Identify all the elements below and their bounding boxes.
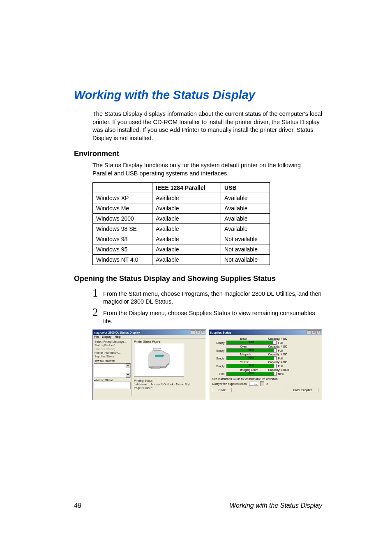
intro-paragraph: The Status Display displays information … (92, 110, 322, 142)
supply-bar-row: Empty96%Full (212, 364, 319, 368)
supply-name: Yellow (240, 361, 265, 364)
printing-status-label: Printing Status: (134, 379, 153, 382)
supply-bar: 94% (226, 341, 277, 345)
table-cell: Available (152, 203, 221, 214)
supply-bar: 96% (226, 372, 277, 376)
supplies-status-window: Supplies Status _ □ × BlackCapacity: 450… (209, 329, 323, 400)
display-menu-item: Status (Expand) (94, 347, 131, 351)
table-cell: Not available (221, 255, 270, 265)
table-cell: Available (152, 224, 221, 234)
menu-file[interactable]: File (94, 335, 99, 338)
table-cell: Windows 98 SE (93, 224, 152, 234)
col-os (93, 183, 152, 193)
menu-help[interactable]: Help (115, 335, 120, 338)
compatibility-table: IEEE 1284 Parallel USB Windows XPAvailab… (92, 182, 270, 265)
svg-marker-4 (155, 355, 164, 357)
recover-label: How to Recover: (94, 359, 131, 362)
supply-left-label: Empty (212, 341, 225, 344)
window-title: Supplies Status (210, 331, 232, 334)
warning-box (94, 382, 131, 389)
col-parallel: IEEE 1284 Parallel (152, 183, 221, 193)
supply-right-label: New (278, 373, 288, 375)
svg-marker-0 (149, 350, 169, 367)
supply-capacity: Capacity: 45000 (268, 368, 289, 371)
status-display-window: magicolor 2300 DL Status Display _ □ × F… (92, 329, 206, 400)
footer-label: Working with the Status Display (230, 502, 322, 509)
table-cell: Windows Me (93, 203, 152, 214)
supply-header: BlackCapacity: 4500 (212, 337, 319, 340)
supply-percent: 96% (227, 372, 276, 375)
supply-percent: 94% (227, 341, 276, 343)
maximize-button[interactable]: □ (311, 330, 316, 334)
environment-note: The Status Display functions only for th… (92, 161, 322, 177)
supply-name: Cyan (240, 345, 265, 348)
supply-left-label: Empty (212, 365, 225, 368)
step-text: From the Start menu, choose Programs, th… (103, 288, 322, 306)
supply-percent: 96% (227, 364, 276, 367)
recover-box: ▲ ▼ (94, 363, 131, 378)
table-cell: Available (152, 214, 221, 224)
job-name-label: Job Name: (134, 383, 148, 386)
display-menu-item[interactable]: Select Popup Message... (94, 340, 131, 343)
supply-bar: 96% (226, 356, 277, 360)
order-supplies-button[interactable]: Order Supplies (287, 388, 318, 392)
notify-unit: % (266, 382, 268, 385)
supply-bar-row: End96%New (212, 372, 319, 376)
table-cell: Windows 95 (93, 244, 152, 255)
display-menu-item[interactable]: Supplies Status (94, 355, 131, 358)
step: 2From the Display menu, choose Supplies … (92, 307, 322, 325)
scroll-up-button[interactable]: ▲ (126, 364, 130, 368)
supply-bar-row: Empty94%Full (212, 341, 319, 345)
table-cell: Windows NT 4.0 (93, 255, 152, 265)
warning-label: Warning Status: (94, 379, 131, 382)
supply-capacity: Capacity: 4500 (268, 345, 288, 348)
display-menu-item[interactable]: Status (Reduce) (94, 343, 131, 347)
supply-header: YellowCapacity: 4500 (212, 361, 319, 364)
close-supplies-button[interactable]: Close (212, 388, 232, 392)
supply-percent: 96% (227, 348, 276, 351)
supply-right-label: Full (278, 341, 288, 344)
table-cell: Available (152, 255, 221, 265)
table-row: Windows 98 SEAvailableAvailable (93, 224, 270, 234)
table-cell: Windows 2000 (93, 214, 152, 224)
minimize-button[interactable]: _ (191, 330, 195, 334)
window-title: magicolor 2300 DL Status Display (94, 331, 140, 334)
supply-capacity: Capacity: 4500 (268, 361, 288, 364)
supply-header: CyanCapacity: 4500 (212, 345, 319, 348)
notify-spinner[interactable]: 10 (249, 382, 258, 386)
close-button[interactable]: × (316, 330, 321, 334)
step: 1From the Start menu, choose Programs, t… (92, 288, 322, 306)
svg-marker-5 (151, 367, 161, 369)
table-row: Windows 2000AvailableAvailable (93, 214, 270, 224)
job-name-value: Microsoft Outlook - Memo Styl... (151, 383, 192, 386)
supply-name: Magenta (240, 353, 265, 356)
table-row: Windows MeAvailableAvailable (93, 203, 270, 214)
svg-marker-3 (153, 348, 161, 350)
spinner-arrows-icon[interactable] (260, 381, 264, 386)
table-cell: Not available (221, 234, 270, 244)
notify-label: Notify when supplies reach: (212, 382, 248, 385)
menu-display[interactable]: Display (102, 335, 111, 338)
minimize-button[interactable]: _ (307, 330, 311, 334)
supply-name: Black (240, 337, 265, 340)
menubar: File Display Help (93, 335, 206, 339)
table-cell: Not available (221, 244, 270, 255)
supplies-note: See Installation Guide for consumable li… (212, 378, 319, 380)
table-row: Windows 98AvailableNot available (93, 234, 270, 244)
page-heading: Working with the Status Display (74, 88, 322, 102)
titlebar: Supplies Status _ □ × (209, 330, 322, 335)
table-cell: Windows 98 (93, 234, 152, 244)
close-button[interactable]: × (201, 330, 205, 334)
supply-right-label: Full (278, 349, 288, 352)
step-text: From the Display menu, choose Supplies S… (103, 307, 322, 325)
printer-icon (134, 344, 184, 376)
scroll-down-button[interactable]: ▼ (126, 373, 130, 378)
page-number-label: Page Number: (134, 387, 152, 389)
supply-capacity: Capacity: 4500 (268, 337, 288, 340)
display-menu-item[interactable]: Printer Information... (94, 351, 131, 355)
maximize-button[interactable]: □ (196, 330, 200, 334)
supply-bar: 96% (226, 348, 277, 352)
step-number: 2 (92, 307, 103, 318)
step-number: 1 (92, 288, 103, 299)
titlebar: magicolor 2300 DL Status Display _ □ × (93, 330, 206, 335)
